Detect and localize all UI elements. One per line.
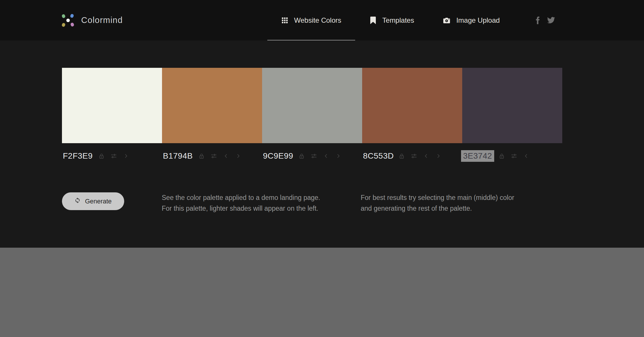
palette-strip: F2F3E9B1794B9C9E998C553D3E3742 — [62, 68, 562, 161]
chevron-left-icon[interactable] — [323, 152, 330, 159]
swatch-controls-row: B1794B — [162, 150, 262, 161]
nav-item-website-colors[interactable]: Website Colors — [282, 0, 341, 40]
tune-icon[interactable] — [110, 152, 117, 159]
logo-dots-icon — [62, 14, 75, 27]
hex-value[interactable]: 3E3742 — [461, 150, 494, 162]
swatch-controls-row: 9C9E99 — [262, 150, 362, 161]
swatch-controls-row: 3E3742 — [462, 150, 562, 161]
logo-dot-pink — [70, 22, 74, 27]
nav-label: Image Upload — [456, 16, 500, 24]
chevron-right-icon[interactable] — [235, 152, 242, 159]
palette-swatch[interactable] — [262, 68, 362, 143]
hex-label: F2F3E9 — [63, 151, 98, 161]
grid-icon — [282, 17, 288, 23]
swatch-column: 9C9E99 — [262, 68, 362, 161]
lock-icon[interactable] — [198, 152, 205, 159]
hex-value[interactable]: F2F3E9 — [63, 151, 93, 161]
chevron-left-icon[interactable] — [223, 152, 230, 159]
chevron-right-icon[interactable] — [122, 152, 129, 159]
main-nav: Website Colors Templates — [282, 0, 500, 40]
lock-icon[interactable] — [298, 152, 305, 159]
chevron-right-icon[interactable] — [435, 152, 442, 159]
refresh-icon — [74, 197, 81, 205]
tune-icon[interactable] — [410, 152, 417, 159]
chevron-right-icon[interactable] — [335, 152, 342, 159]
social-links — [536, 0, 555, 40]
chevron-left-icon[interactable] — [423, 152, 430, 159]
facebook-icon[interactable] — [536, 17, 540, 24]
camera-icon — [443, 17, 450, 23]
nav-item-templates[interactable]: Templates — [370, 0, 414, 40]
info-text-right: For best results try selecting the main … — [361, 192, 547, 214]
palette-section: F2F3E9B1794B9C9E998C553D3E3742 — [62, 68, 562, 161]
hex-value[interactable]: 8C553D — [363, 151, 394, 161]
logo-dot-blue — [70, 13, 74, 18]
lock-icon[interactable] — [98, 152, 105, 159]
palette-swatch[interactable] — [362, 68, 462, 143]
swatch-column: 3E3742 — [462, 68, 562, 161]
generate-button[interactable]: Generate — [62, 192, 124, 210]
hex-value[interactable]: B1794B — [163, 151, 193, 161]
colormind-page: Colormind Website Colors — [0, 0, 644, 337]
lock-icon[interactable] — [398, 152, 405, 159]
hex-label: 3E3742 — [463, 150, 498, 162]
logo-dot-white — [66, 19, 70, 22]
hex-label: 9C9E99 — [263, 151, 298, 161]
palette-swatch[interactable] — [462, 68, 562, 143]
chevron-left-icon[interactable] — [523, 152, 530, 159]
nav-item-image-upload[interactable]: Image Upload — [443, 0, 500, 40]
bookmark-icon — [370, 17, 376, 24]
logo-dot-green — [61, 14, 66, 18]
tune-icon[interactable] — [510, 152, 517, 159]
lock-icon[interactable] — [498, 152, 505, 159]
brand-name: Colormind — [81, 15, 123, 25]
hex-label: B1794B — [163, 151, 198, 161]
swatch-column: 8C553D — [362, 68, 462, 161]
info-text-left: See the color palette applied to a demo … — [162, 192, 354, 214]
swatch-controls-row: F2F3E9 — [62, 150, 162, 161]
hex-value[interactable]: 9C9E99 — [263, 151, 293, 161]
nav-label: Templates — [382, 16, 414, 24]
palette-swatch[interactable] — [162, 68, 262, 143]
demo-preview-area — [0, 248, 644, 337]
tune-icon[interactable] — [310, 152, 317, 159]
tune-icon[interactable] — [210, 152, 217, 159]
hex-label: 8C553D — [363, 151, 398, 161]
palette-swatch[interactable] — [62, 68, 162, 143]
swatch-controls-row: 8C553D — [362, 150, 462, 161]
swatch-column: F2F3E9 — [62, 68, 162, 161]
logo[interactable]: Colormind — [62, 0, 123, 40]
top-nav-bar: Colormind Website Colors — [0, 0, 644, 40]
generate-button-label: Generate — [85, 198, 112, 205]
twitter-icon[interactable] — [547, 17, 555, 24]
swatch-column: B1794B — [162, 68, 262, 161]
nav-label: Website Colors — [294, 16, 341, 24]
logo-dot-olive — [61, 22, 66, 27]
